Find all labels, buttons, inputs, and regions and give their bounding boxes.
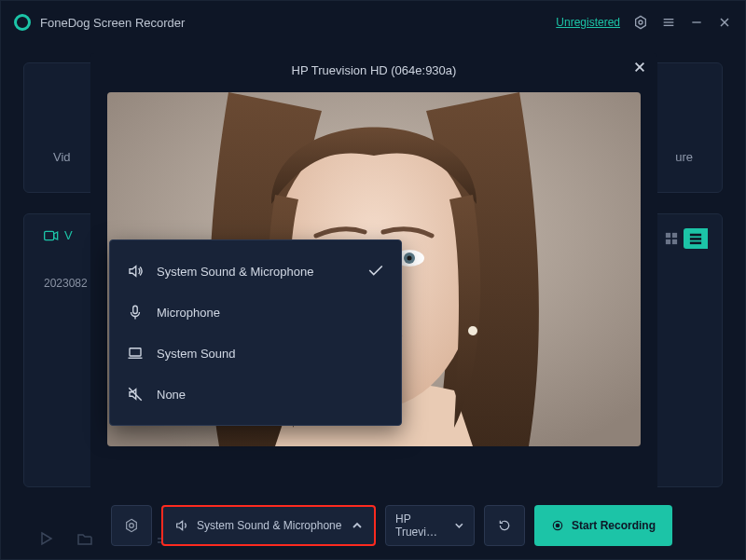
mic-icon	[127, 304, 144, 321]
svg-rect-12	[672, 239, 677, 244]
audio-option-none[interactable]: None	[110, 374, 401, 415]
modal-close-button[interactable]	[633, 61, 646, 76]
view-toggle	[659, 228, 708, 249]
play-icon[interactable]	[38, 531, 53, 550]
tab-video[interactable]: V	[44, 228, 73, 242]
start-recording-button[interactable]: Start Recording	[534, 505, 672, 546]
video-tab-label: V	[64, 228, 73, 242]
app-logo	[14, 14, 31, 31]
title-bar: FoneDog Screen Recorder Unregistered	[1, 1, 745, 44]
unregistered-link[interactable]: Unregistered	[556, 16, 620, 29]
check-icon	[367, 264, 384, 280]
speaker-wave-icon	[174, 518, 189, 533]
modal-title: HP Truevision HD (064e:930a)	[292, 63, 457, 77]
svg-point-1	[639, 20, 642, 24]
audio-option-mic[interactable]: Microphone	[110, 292, 401, 333]
grid-icon	[665, 232, 678, 245]
minimize-icon[interactable]	[689, 15, 704, 30]
svg-point-39	[130, 524, 134, 528]
svg-point-41	[556, 524, 560, 527]
app-title: FoneDog Screen Recorder	[40, 16, 185, 30]
audio-option-system-and-mic[interactable]: System Sound & Microphone	[110, 251, 401, 292]
svg-rect-34	[133, 306, 138, 313]
audio-option-label: System Sound & Microphone	[157, 265, 313, 279]
speaker-wave-icon	[127, 263, 144, 280]
truncated-label-right: ure	[675, 150, 693, 164]
svg-marker-38	[127, 519, 137, 531]
svg-rect-36	[130, 348, 141, 356]
svg-point-31	[408, 256, 412, 261]
audio-option-system[interactable]: System Sound	[110, 333, 401, 374]
menu-icon[interactable]	[661, 15, 676, 30]
video-icon	[44, 230, 59, 241]
truncated-label-left: Vid	[53, 150, 71, 164]
audio-option-label: None	[157, 388, 186, 402]
list-item[interactable]: 2023082	[44, 277, 88, 290]
list-view-button[interactable]	[684, 228, 708, 249]
svg-rect-14	[690, 238, 701, 240]
svg-rect-8	[45, 231, 54, 239]
audio-option-label: System Sound	[157, 347, 236, 361]
grid-view-button[interactable]	[659, 228, 684, 249]
record-icon	[551, 519, 564, 532]
svg-rect-10	[672, 233, 677, 238]
list-icon	[689, 232, 702, 245]
audio-source-button[interactable]: System Sound & Microphone	[161, 505, 376, 546]
modal-header: HP Truevision HD (064e:930a)	[90, 53, 657, 87]
recording-settings-button[interactable]	[111, 505, 152, 546]
close-icon[interactable]	[717, 15, 732, 30]
settings-icon[interactable]	[633, 15, 648, 30]
camera-source-label: HP Truevi…	[395, 512, 449, 539]
audio-source-dropdown: System Sound & Microphone Microphone Sys…	[109, 239, 402, 426]
svg-rect-15	[690, 242, 701, 245]
chevron-down-icon	[454, 520, 464, 531]
rotate-icon	[497, 518, 512, 533]
laptop-icon	[127, 345, 144, 362]
speaker-muted-icon	[127, 386, 144, 403]
svg-point-33	[468, 326, 477, 335]
chevron-up-icon	[352, 520, 363, 531]
start-recording-label: Start Recording	[572, 519, 656, 532]
modal-controls: System Sound & Microphone HP Truevi… Sta…	[111, 505, 672, 546]
retry-button[interactable]	[484, 505, 525, 546]
svg-rect-11	[666, 239, 670, 244]
audio-option-label: Microphone	[157, 306, 220, 320]
svg-marker-0	[636, 16, 646, 28]
audio-source-label: System Sound & Microphone	[197, 519, 341, 532]
gear-icon	[124, 518, 139, 533]
svg-rect-13	[690, 234, 701, 237]
svg-rect-9	[666, 233, 670, 238]
camera-source-button[interactable]: HP Truevi…	[385, 505, 475, 546]
